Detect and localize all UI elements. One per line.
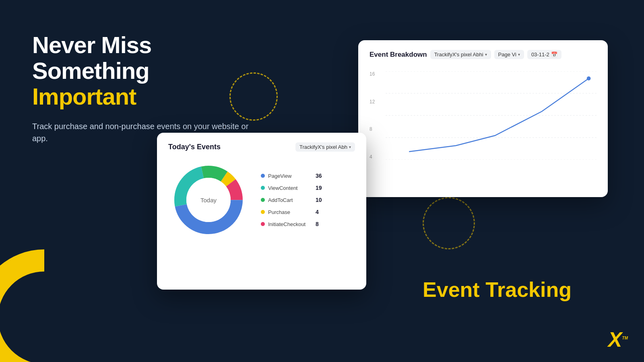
- brand-logo: XTM: [608, 329, 628, 350]
- svg-point-5: [587, 76, 591, 80]
- legend-dot-viewcontent: [261, 186, 265, 190]
- legend-value-viewcontent: 19: [316, 185, 322, 191]
- y-axis-labels: 16 12 8 4: [369, 71, 375, 160]
- legend-dot-addtocart: [261, 198, 265, 202]
- chart-legend: PageView 36 ViewContent 19 AddToCart 10 …: [261, 173, 322, 227]
- page-view-dropdown-label: Page Vi: [498, 51, 516, 58]
- legend-item-pageview: PageView 36: [261, 173, 322, 179]
- todays-events-header: Today's Events TrackifyX's pixel Abh ▾: [168, 142, 355, 152]
- donut-center-label: Today: [200, 197, 217, 204]
- donut-chart: Today: [168, 160, 249, 240]
- decorative-dashed-circle-bottom: [423, 197, 475, 249]
- todays-events-content: Today PageView 36 ViewContent 19 AddToCa…: [168, 160, 355, 240]
- chevron-down-icon: ▾: [518, 52, 520, 57]
- legend-value-initiatecheckout: 8: [316, 221, 319, 227]
- headline-line2: Important: [32, 84, 258, 109]
- card-title: Event Breakdown: [369, 51, 427, 59]
- calendar-icon: 📅: [551, 51, 557, 58]
- decorative-arc: [0, 249, 113, 362]
- pixel-dropdown-label: TrackifyX's pixel Abhi: [434, 51, 483, 58]
- legend-dot-pageview: [261, 174, 265, 178]
- legend-label-purchase: Purchase: [268, 209, 312, 215]
- legend-item-viewcontent: ViewContent 19: [261, 185, 322, 191]
- date-label: 03-11-2: [531, 51, 549, 58]
- y-label-12: 12: [369, 99, 375, 105]
- legend-item-initiatecheckout: InitiateCheckout 8: [261, 221, 322, 227]
- hero-text-section: Never Miss Something Important Track pur…: [32, 32, 258, 144]
- event-breakdown-card: Event Breakdown TrackifyX's pixel Abhi ▾…: [358, 40, 608, 197]
- legend-label-initiatecheckout: InitiateCheckout: [268, 221, 312, 227]
- legend-dot-initiatecheckout: [261, 222, 265, 226]
- y-label-8: 8: [369, 126, 375, 132]
- legend-label-pageview: PageView: [268, 173, 312, 179]
- headline-line1: Never Miss Something: [32, 32, 258, 84]
- legend-item-purchase: Purchase 4: [261, 209, 322, 215]
- legend-value-pageview: 36: [316, 173, 322, 179]
- todays-pixel-label: TrackifyX's pixel Abh: [299, 144, 347, 150]
- pixel-dropdown[interactable]: TrackifyX's pixel Abhi ▾: [430, 50, 491, 59]
- y-label-4: 4: [369, 154, 375, 160]
- todays-pixel-dropdown[interactable]: TrackifyX's pixel Abh ▾: [295, 142, 355, 152]
- card-header: Event Breakdown TrackifyX's pixel Abhi ▾…: [369, 50, 597, 59]
- todays-events-title: Today's Events: [168, 143, 221, 151]
- legend-label-viewcontent: ViewContent: [268, 185, 312, 191]
- legend-dot-purchase: [261, 210, 265, 214]
- legend-item-addtocart: AddToCart 10: [261, 197, 322, 203]
- chart-area: 16 12 8 4: [369, 67, 597, 180]
- logo-x-text: XTM: [608, 328, 628, 351]
- chevron-down-icon: ▾: [349, 145, 351, 149]
- event-tracking-label: Event Tracking: [423, 278, 572, 302]
- y-label-16: 16: [369, 71, 375, 77]
- legend-label-addtocart: AddToCart: [268, 197, 312, 203]
- date-picker[interactable]: 03-11-2 📅: [527, 50, 561, 59]
- legend-value-addtocart: 10: [316, 197, 322, 203]
- legend-value-purchase: 4: [316, 209, 319, 215]
- line-chart-svg: [386, 71, 597, 160]
- page-view-dropdown[interactable]: Page Vi ▾: [494, 50, 524, 59]
- chevron-down-icon: ▾: [485, 52, 487, 57]
- todays-events-card: Today's Events TrackifyX's pixel Abh ▾: [157, 133, 366, 290]
